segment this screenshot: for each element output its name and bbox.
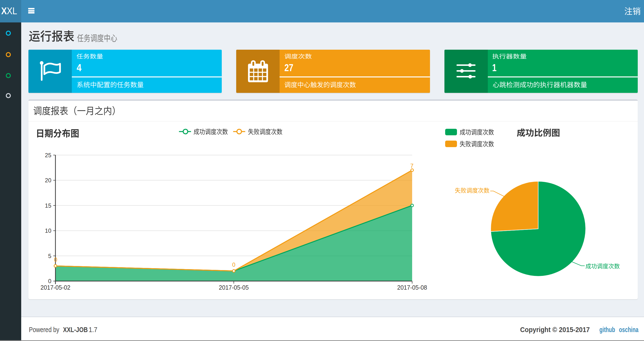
svg-text:2017-05-08: 2017-05-08: [397, 284, 427, 291]
svg-text:4: 4: [77, 62, 82, 73]
svg-text:7: 7: [410, 163, 413, 169]
svg-text:0: 0: [232, 261, 235, 268]
svg-text:oschina: oschina: [619, 325, 638, 333]
svg-text:2017-05-02: 2017-05-02: [40, 284, 70, 291]
svg-text:10: 10: [45, 227, 51, 234]
svg-text:github: github: [600, 325, 615, 333]
svg-text:2017-05-05: 2017-05-05: [219, 284, 249, 291]
svg-text:1: 1: [492, 62, 496, 73]
svg-text:15: 15: [45, 202, 51, 209]
svg-text:XXL-JOB: XXL-JOB: [63, 325, 88, 333]
svg-text:XXL: XXL: [1, 6, 17, 16]
svg-text:25: 25: [45, 152, 51, 158]
svg-text:Copyright © 2015-2017: Copyright © 2015-2017: [520, 325, 590, 333]
svg-text:27: 27: [284, 62, 293, 73]
svg-text:0: 0: [54, 256, 57, 263]
svg-text:5: 5: [48, 253, 51, 259]
svg-text:20: 20: [45, 177, 51, 184]
svg-text:Powered by: Powered by: [29, 325, 59, 333]
svg-text:1.7: 1.7: [89, 325, 97, 333]
svg-text:0: 0: [48, 278, 51, 284]
